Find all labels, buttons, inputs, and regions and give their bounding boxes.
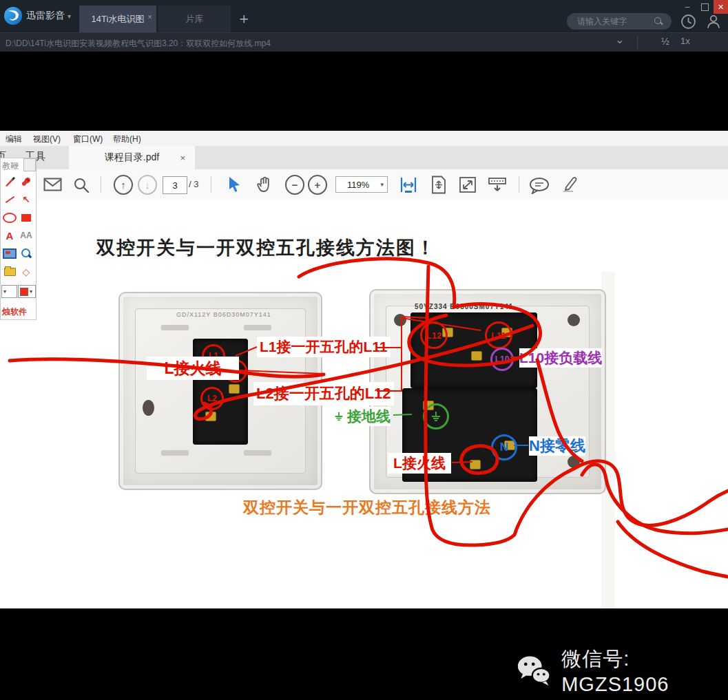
comment-icon[interactable] — [529, 178, 550, 194]
page-total-label: / 3 — [189, 179, 198, 189]
pen-tool-icon[interactable] — [2, 175, 17, 189]
player-tab-library[interactable]: 片库 — [158, 6, 231, 32]
toolbar-divider — [211, 176, 211, 193]
terminal-L2: L2 — [200, 387, 224, 410]
player-tab-current[interactable]: 14Ti水电识图 × — [79, 6, 156, 32]
document-caption: 双控开关与一开双控五孔接线方法 — [243, 497, 491, 518]
chevron-down-icon[interactable]: ⌄ — [615, 33, 624, 46]
label-live-right: L接火线 — [388, 453, 451, 474]
ground-symbol-icon — [333, 411, 344, 422]
menu-edit[interactable]: 编辑 — [6, 134, 22, 145]
terminal-earth — [423, 403, 449, 429]
current-color-swatch — [20, 288, 28, 296]
close-window-button[interactable]: ✕ — [714, 0, 728, 14]
document-tab-label: 课程目录.pdf — [105, 151, 159, 164]
wechat-id-text: 微信号: MGZS1906 — [561, 646, 728, 696]
ground-symbol-icon — [430, 410, 442, 423]
player-tab-label: 14Ti水电识图 — [92, 13, 145, 25]
pdf-menu-bar: 编辑 视图(V) 窗口(W) 帮助(H) — [0, 131, 728, 147]
switch-serial: GD/X112Y B06D30M07Y141 — [176, 311, 271, 318]
pdf-page: 双控开关与一开双控五孔接线方法图！ GD/X112Y B06D30M07Y141… — [0, 200, 728, 608]
terminal-L10: L10 — [490, 348, 514, 371]
terminal-L12: L12 — [420, 321, 448, 349]
zoom-level-select[interactable]: 119% ▾ — [335, 176, 388, 193]
panel-title: 教鞭 — [2, 160, 19, 172]
file-path-bar: D:\DD\14Ti水电识图安装视频教程电气识图3.20：双联双控如何放线.mp… — [0, 32, 728, 52]
page-up-button[interactable]: ↑ — [114, 169, 133, 200]
subtitle-half-icon[interactable]: ½ — [661, 36, 669, 47]
screen-tool-icon[interactable] — [2, 246, 17, 260]
label-live-left: L接火线 — [147, 357, 239, 380]
pdf-toolbar: ↑ ↓ / 3 − + 119% ▾ — [0, 169, 728, 200]
watermark: 微信号: MGZS1906 — [517, 646, 728, 696]
toolbar-divider — [101, 176, 101, 193]
titlebar: 迅雷影音▾ 14Ti水电识图 × 片库 ＋ – ✕ — [0, 0, 728, 32]
diamond-tool-icon[interactable]: ◇ — [19, 265, 34, 279]
terminal-N: N — [491, 434, 517, 460]
magnifier-tool-icon[interactable] — [19, 246, 34, 260]
user-account-icon[interactable] — [705, 13, 722, 30]
find-icon[interactable] — [73, 177, 90, 193]
video-black-area — [0, 52, 728, 131]
label-l10-load: L10接负载线 — [519, 348, 602, 368]
app-logo-icon — [3, 6, 23, 25]
search-input[interactable] — [576, 16, 654, 27]
panel-footer: 烛软件 — [2, 306, 27, 318]
document-tab[interactable]: 课程目录.pdf × — [69, 146, 195, 169]
zoom-caret-icon: ▾ — [380, 181, 384, 188]
file-path-text: D:\DD\14Ti水电识图安装视频教程电气识图3.20：双联双控如何放线.mp… — [6, 38, 271, 50]
highlighter-icon[interactable] — [559, 176, 579, 194]
text-tool-icon[interactable]: A — [2, 229, 17, 242]
annotation-tool-panel: 教鞭 ↖ A AA ◇ ▾ ▾ 烛软件 — [0, 158, 37, 320]
actual-size-icon[interactable] — [459, 176, 477, 193]
ellipse-tool-icon[interactable] — [2, 211, 17, 224]
document-title: 双控开关与一开双控五孔接线方法图！ — [96, 235, 436, 260]
new-tab-button[interactable]: ＋ — [236, 8, 251, 29]
zoom-in-button[interactable]: + — [308, 169, 327, 200]
color-select[interactable]: ▾ — [18, 285, 36, 298]
app-root: 迅雷影音▾ 14Ti水电识图 × 片库 ＋ – ✕ D:\DD\14Ti水电识图… — [0, 0, 728, 700]
panel-collapse-button[interactable] — [23, 158, 36, 171]
label-l1-connection: L1接一开五孔的L11 — [257, 337, 391, 357]
pdf-ribbon-bar: 页 工具 课程目录.pdf × — [0, 146, 728, 169]
menu-window[interactable]: 窗口(W) — [73, 134, 103, 145]
playback-speed-icon[interactable]: 1x — [680, 36, 690, 46]
zoom-out-button[interactable]: − — [285, 169, 304, 200]
socket-serial: 50YZ334 B0800SM07Y141 — [415, 303, 513, 310]
font-tool-icon[interactable]: AA — [19, 229, 34, 242]
app-menu-caret-icon: ▾ — [67, 12, 71, 20]
app-name[interactable]: 迅雷影音▾ — [26, 10, 71, 22]
line-tool-icon[interactable] — [2, 193, 17, 206]
label-l2-connection: L2接一开五孔的L12 — [253, 382, 394, 405]
fit-width-icon[interactable] — [399, 176, 417, 193]
tab-close-icon[interactable]: × — [147, 12, 152, 22]
maximize-button[interactable] — [697, 0, 712, 14]
toolbar-divider — [637, 36, 638, 50]
page-number-input[interactable] — [163, 176, 187, 194]
toolbar-divider — [519, 176, 519, 193]
hand-pan-icon[interactable] — [256, 176, 273, 193]
open-file-tool-icon[interactable] — [2, 265, 17, 279]
menu-view[interactable]: 视图(V) — [33, 134, 61, 145]
label-neutral: N接零线 — [529, 436, 585, 456]
maximize-icon — [701, 3, 709, 11]
search-box[interactable] — [567, 13, 672, 30]
brush-tool-icon[interactable] — [19, 175, 34, 189]
label-earth: 接地线 — [333, 407, 391, 426]
email-icon[interactable] — [43, 178, 62, 191]
zoom-level-value: 119% — [336, 180, 380, 190]
select-cursor-icon[interactable] — [228, 176, 242, 193]
reflow-scroll-icon[interactable] — [488, 177, 507, 193]
line-width-select[interactable]: ▾ — [1, 285, 17, 298]
history-clock-icon[interactable] — [680, 14, 696, 30]
minimize-button[interactable]: – — [679, 0, 696, 14]
fit-page-icon[interactable] — [430, 176, 448, 194]
search-icon[interactable] — [654, 17, 663, 25]
page-down-button[interactable]: ↓ — [138, 169, 157, 200]
arrow-tool-icon[interactable]: ↖ — [19, 193, 34, 206]
document-tab-close-icon[interactable]: × — [180, 153, 185, 163]
wechat-icon — [517, 653, 552, 689]
player-tab-label: 片库 — [186, 13, 204, 25]
rectangle-tool-icon[interactable] — [19, 211, 34, 224]
menu-help[interactable]: 帮助(H) — [113, 134, 141, 145]
